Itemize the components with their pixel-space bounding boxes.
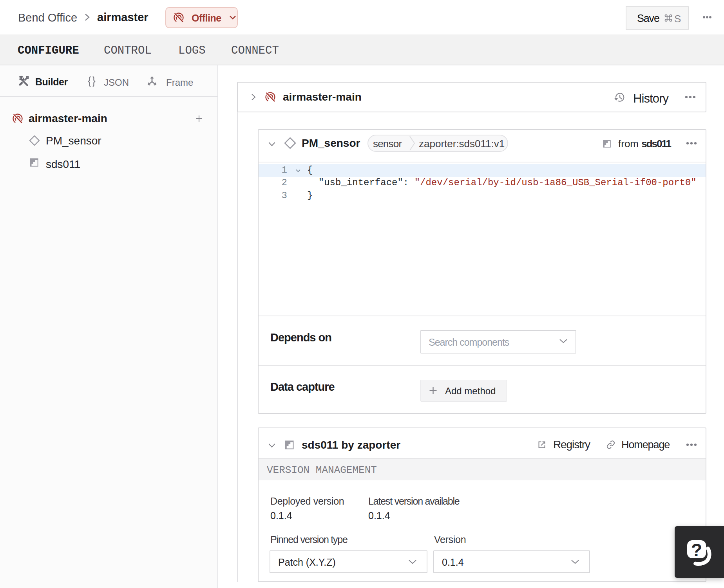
svg-text:?: ? [691,540,702,560]
